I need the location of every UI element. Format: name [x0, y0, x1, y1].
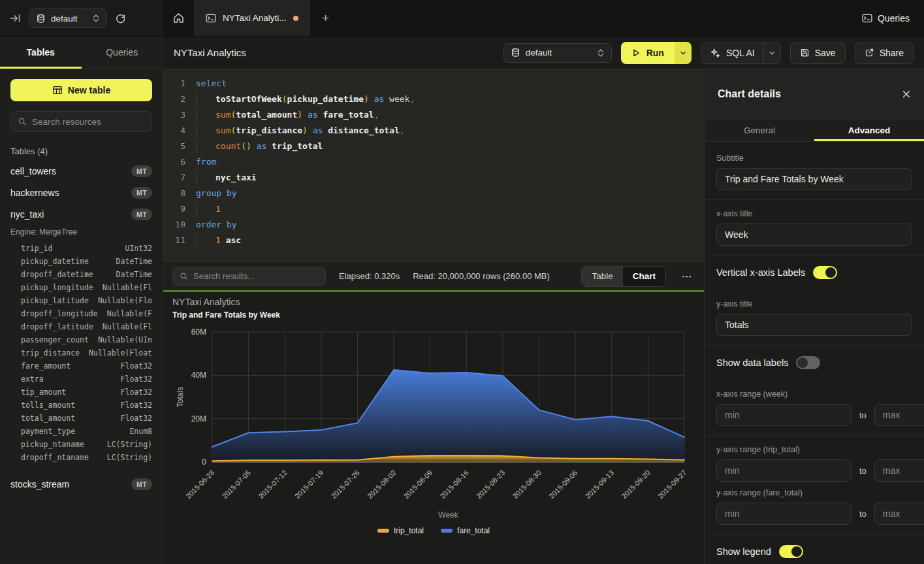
view-toggle-chart[interactable]: Chart: [623, 267, 665, 286]
query-database-value: default: [526, 48, 552, 58]
svg-text:2015-07-05: 2015-07-05: [221, 469, 252, 500]
editor-line: 5count() as trip_total: [163, 139, 704, 154]
new-tab-button[interactable]: +: [310, 0, 342, 36]
show-data-labels-toggle[interactable]: [796, 356, 820, 369]
new-table-button[interactable]: New table: [10, 79, 152, 101]
sql-ai-options-button[interactable]: [763, 42, 780, 63]
legend-item-trip_total[interactable]: trip_total: [377, 526, 424, 535]
panel-tab-advanced[interactable]: Advanced: [814, 120, 924, 142]
column-type: Nullable(Flo: [98, 296, 152, 305]
svg-text:2015-09-20: 2015-09-20: [620, 469, 652, 500]
show-legend-toggle[interactable]: [779, 545, 803, 558]
x-axis-title-input[interactable]: [716, 224, 912, 246]
svg-text:2015-08-02: 2015-08-02: [366, 469, 397, 500]
legend-item-fare_total[interactable]: fare_total: [441, 526, 490, 535]
column-type: Nullable(Float: [89, 348, 152, 357]
svg-text:2015-08-09: 2015-08-09: [402, 469, 434, 500]
view-toggle-table[interactable]: Table: [582, 267, 622, 286]
panel-tab-general[interactable]: General: [705, 120, 814, 142]
table-engine: Engine: MergeTree: [10, 225, 152, 239]
column-type: Float32: [121, 414, 152, 423]
query-title: NYTaxi Analytics: [174, 47, 246, 58]
editor-line: 8group by: [163, 186, 704, 201]
column-type: Float32: [121, 388, 152, 397]
chart-canvas[interactable]: 020M40M60MTotals2015-06-282015-07-052015…: [163, 292, 704, 564]
column-name: pickup_latitude: [21, 296, 89, 305]
home-button[interactable]: [163, 0, 194, 36]
column-name: dropoff_datetime: [21, 270, 93, 279]
query-database-selector[interactable]: default: [503, 43, 612, 63]
column-name: tolls_amount: [21, 401, 75, 410]
line-number: 6: [163, 154, 196, 170]
line-number: 7: [163, 170, 196, 186]
play-icon: [631, 48, 641, 58]
sql-ai-button[interactable]: SQL AI: [701, 42, 763, 63]
column-row: pickup_datetimeDateTime: [10, 255, 152, 268]
refresh-icon[interactable]: [115, 13, 126, 24]
sparkle-icon: [710, 48, 720, 58]
y-range-trip-max-input[interactable]: [874, 459, 924, 482]
x-range-max-input[interactable]: [874, 404, 924, 426]
share-icon: [865, 48, 874, 58]
more-options-button[interactable]: ⋯: [679, 271, 695, 282]
y-range-fare-max-input[interactable]: [874, 503, 924, 525]
share-button[interactable]: Share: [855, 42, 914, 64]
tables-list: cell_towersMThackernewsMTnyc_taxiMTEngin…: [10, 160, 152, 495]
svg-text:2015-09-13: 2015-09-13: [584, 469, 615, 500]
tab-strip: NYTaxi Analyti... +: [163, 0, 924, 36]
editor-line: 7nyc_taxi: [163, 170, 704, 186]
table-row[interactable]: hackernewsMT: [10, 182, 152, 203]
editor-line: 10order by: [163, 217, 704, 233]
chart-details-panel: Chart details General Advanced Subtitle …: [704, 69, 924, 564]
y-range-trip-min-input[interactable]: [716, 459, 852, 482]
column-row: trip_distanceNullable(Float: [10, 346, 152, 359]
results-toolbar: Elapsed: 0.320s Read: 20,000,000 rows (2…: [163, 261, 704, 290]
table-row[interactable]: nyc_taxiMT: [10, 203, 152, 225]
y-range-fare-to-label: to: [859, 509, 867, 519]
chart-legend: trip_totalfare_total: [163, 526, 704, 535]
editor-line: 1select: [163, 76, 704, 91]
column-name: fare_amount: [21, 361, 71, 371]
column-row: dropoff_ntanameLC(String): [10, 451, 152, 464]
x-range-to-label: to: [859, 410, 867, 420]
subtitle-input[interactable]: [716, 168, 912, 190]
svg-text:2015-09-06: 2015-09-06: [547, 469, 579, 500]
editor-line: 4sum(trip_distance) as distance_total,: [163, 123, 704, 139]
vertical-x-labels-toggle[interactable]: [813, 266, 837, 279]
sidebar-tab-queries[interactable]: Queries: [82, 37, 163, 68]
save-button[interactable]: Save: [790, 42, 846, 64]
tables-section-title: Tables (4): [10, 146, 152, 156]
results-search-input[interactable]: [193, 271, 319, 281]
unsaved-changes-dot: [293, 16, 298, 21]
close-icon[interactable]: [902, 90, 911, 99]
y-axis-title-input[interactable]: [716, 314, 912, 336]
column-name: trip_id: [21, 244, 52, 253]
query-toolbar: NYTaxi Analytics default Run: [163, 37, 924, 69]
engine-badge: MT: [131, 187, 152, 199]
tab-nytaxi-analytics[interactable]: NYTaxi Analyti...: [194, 0, 310, 36]
column-row: dropoff_latitudeNullable(Fl: [10, 320, 152, 333]
svg-text:Week: Week: [438, 510, 458, 520]
legend-label: fare_total: [457, 526, 490, 535]
column-type: Nullable(F: [107, 309, 152, 318]
column-type: DateTime: [116, 270, 152, 279]
y-range-fare-min-input[interactable]: [716, 503, 852, 525]
table-name: cell_towers: [10, 166, 56, 176]
topbar-left: default: [0, 0, 163, 37]
database-selector[interactable]: default: [29, 8, 107, 28]
sidebar-tab-tables[interactable]: Tables: [0, 37, 82, 68]
run-options-button[interactable]: [675, 42, 692, 64]
collapse-sidebar-icon[interactable]: [9, 12, 21, 24]
sql-editor[interactable]: 1select2toStartOfWeek(pickup_datetime) a…: [163, 69, 704, 261]
column-type: Nullable(Fl: [103, 322, 152, 331]
column-type: LC(String): [107, 453, 152, 462]
column-row: tolls_amountFloat32: [10, 399, 152, 412]
line-number: 2: [163, 91, 196, 107]
run-button[interactable]: Run: [621, 42, 675, 64]
svg-text:20M: 20M: [191, 414, 206, 423]
x-range-min-input[interactable]: [716, 404, 852, 426]
table-row[interactable]: stocks_streamMT: [10, 473, 152, 495]
resource-search-input[interactable]: [32, 117, 148, 127]
table-row[interactable]: cell_towersMT: [10, 160, 152, 182]
queries-button[interactable]: Queries: [862, 0, 910, 37]
